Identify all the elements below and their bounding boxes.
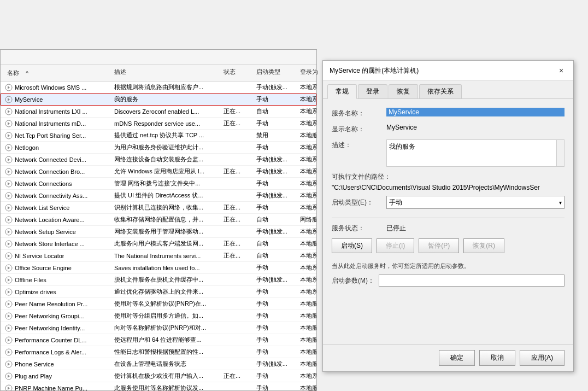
header-status[interactable]: 状态 (221, 67, 254, 79)
service-logon: 本地系统 (298, 251, 316, 260)
table-row[interactable]: Microsoft Windows SMS ... 根据规则将消息路由到相应客户… (1, 81, 316, 94)
footer-btn-取消[interactable]: 取消 (479, 350, 515, 366)
action-btn-3[interactable]: 恢复(R) (463, 238, 504, 253)
tab-依存关系[interactable]: 依存关系 (419, 84, 462, 98)
table-row[interactable]: NI Service Locator The National Instrume… (1, 250, 316, 262)
start-params-hint: 当从此处启动服务时，你可指定所适用的启动参数。 (332, 262, 565, 270)
table-row[interactable]: Network Store Interface ... 此服务向用户模式客户端发… (1, 238, 316, 250)
table-row[interactable]: Network List Service 识别计算机已连接的网络，收集... 正… (1, 202, 316, 214)
close-icon[interactable]: × (556, 65, 567, 76)
service-logon: 本地服务 (298, 359, 316, 369)
service-status (221, 279, 254, 281)
table-row[interactable]: Network Connected Devi... 网络连接设备自动安装服务会监… (1, 154, 316, 166)
table-row[interactable]: MyService 我的服务 手动 本地系统 (1, 94, 316, 106)
services-list[interactable]: Microsoft Windows SMS ... 根据规则将消息路由到相应客户… (1, 81, 316, 391)
service-icon (5, 324, 13, 332)
services-toolbar (1, 50, 316, 65)
service-startup: 手动 (254, 299, 298, 308)
service-status (221, 195, 254, 196)
table-row[interactable]: National Instruments mD... mDNS Responde… (1, 118, 316, 130)
dialog-content: 服务名称： MyService 显示名称： MyService 描述： 我的服务… (323, 99, 573, 304)
service-desc: The National Instruments servi... (112, 252, 221, 260)
service-status (221, 99, 254, 100)
action-btn-1[interactable]: 停止(I) (377, 238, 414, 253)
service-name: National Instruments LXI ... (15, 108, 87, 115)
service-desc: 向对等名称解析协议(PNRP)和对... (112, 323, 221, 332)
service-logon: 本地服务 (298, 131, 316, 140)
service-desc: 在设备上管理电话服务状态 (112, 359, 221, 369)
service-icon (5, 96, 13, 103)
service-icon (5, 120, 13, 127)
service-desc: 网络安装服务用于管理网络驱动... (112, 227, 221, 236)
action-btn-0[interactable]: 启动(S) (332, 238, 372, 253)
action-btn-2[interactable]: 暂停(P) (419, 238, 459, 253)
service-logon: 本地系统 (298, 227, 316, 236)
service-icon (5, 252, 13, 260)
footer-btn-确定[interactable]: 确定 (439, 350, 475, 366)
tab-恢复[interactable]: 恢复 (389, 84, 418, 98)
services-table-header[interactable]: 名称 ^ 描述 状态 启动类型 登录为 (1, 65, 316, 81)
description-box[interactable]: 我的服务 (386, 139, 565, 167)
service-name: PNRP Machine Name Pu... (15, 385, 87, 392)
table-row[interactable]: PNRP Machine Name Pu... 此服务使用对等名称解析协议发..… (1, 382, 316, 391)
dialog-footer: 确定取消应用(A) (323, 344, 573, 371)
service-icon (5, 336, 13, 344)
table-row[interactable]: Office Source Engine Saves installation … (1, 262, 316, 274)
service-status: 正在... (221, 251, 254, 260)
service-logon: 本地系统 (298, 119, 316, 128)
table-row[interactable]: Performance Counter DL... 使远程用户和 64 位进程能… (1, 334, 316, 346)
service-startup: 手动 (254, 95, 298, 104)
tab-登录[interactable]: 登录 (358, 84, 387, 98)
service-logon: 本地系统 (298, 155, 316, 164)
description-row: 描述： 我的服务 (332, 139, 565, 167)
header-name[interactable]: 名称 ^ (3, 67, 112, 79)
table-row[interactable]: Offline Files 脱机文件服务在脱机文件缓存中... 手动(触发...… (1, 274, 316, 286)
service-status: 正在... (221, 371, 254, 381)
service-status (221, 340, 254, 341)
start-params-input[interactable] (379, 275, 565, 287)
service-icon (5, 84, 13, 91)
table-row[interactable]: Network Connections 管理 网络和拨号连接'文件夹中... 手… (1, 178, 316, 190)
service-icon (5, 108, 13, 115)
description-scrollbar[interactable] (556, 140, 564, 166)
service-desc: 性能日志和警报根据预配置的性... (112, 347, 221, 357)
table-row[interactable]: Network Setup Service 网络安装服务用于管理网络驱动... … (1, 226, 316, 238)
table-row[interactable]: Optimize drives 通过优化存储驱动器上的文件来... 手动 本地系… (1, 286, 316, 298)
table-row[interactable]: Peer Networking Groupi... 使用对等分组启用多方通信。如… (1, 310, 316, 322)
service-name: National Instruments mD... (15, 120, 86, 127)
table-row[interactable]: Network Connectivity Ass... 提供 UI 组件的 Di… (1, 190, 316, 202)
table-row[interactable]: National Instruments LXI ... Discovers Z… (1, 106, 316, 118)
service-startup: 手动 (254, 311, 298, 320)
table-row[interactable]: Peer Name Resolution Pr... 使用对等名义解析协议(PN… (1, 298, 316, 310)
service-status (221, 364, 254, 365)
service-desc: 识别计算机已连接的网络，收集... (112, 203, 221, 212)
service-logon: 本地服务 (298, 383, 316, 391)
header-startup[interactable]: 启动类型 (254, 67, 298, 79)
table-row[interactable]: Netlogon 为用户和服务身份验证维护此计... 手动 本地系统 (1, 142, 316, 154)
service-status: 正在... (221, 215, 254, 224)
service-desc: 使计算机在极少或没有用户输入... (112, 371, 221, 381)
service-icon (5, 192, 13, 200)
table-row[interactable]: Network Location Aware... 收集和存储网络的配置信息，并… (1, 214, 316, 226)
service-icon (5, 384, 13, 392)
service-icon (5, 300, 13, 308)
service-name-label: 服务名称： (332, 108, 386, 118)
table-row[interactable]: Peer Networking Identity... 向对等名称解析协议(PN… (1, 322, 316, 334)
tab-常规[interactable]: 常规 (327, 84, 357, 99)
service-icon (5, 204, 13, 212)
service-startup: 手动 (254, 287, 298, 296)
service-logon: 本地系统 (298, 143, 316, 152)
table-row[interactable]: Plug and Play 使计算机在极少或没有用户输入... 正在... 手动… (1, 370, 316, 382)
table-row[interactable]: Performance Logs & Aler... 性能日志和警报根据预配置的… (1, 346, 316, 358)
table-row[interactable]: Network Connection Bro... 允许 Windows 应用商… (1, 166, 316, 178)
footer-btn-应用A[interactable]: 应用(A) (520, 350, 565, 366)
table-row[interactable]: Phone Service 在设备上管理电话服务状态 手动(触发... 本地服务 (1, 358, 316, 370)
header-desc[interactable]: 描述 (112, 67, 221, 79)
service-startup: 手动 (254, 143, 298, 152)
service-startup: 手动 (254, 119, 298, 128)
service-status: 正在... (221, 239, 254, 248)
table-row[interactable]: Net.Tcp Port Sharing Ser... 提供通过 net.tcp… (1, 130, 316, 142)
startup-type-select[interactable]: 手动 ▾ (386, 196, 565, 209)
description-label: 描述： (332, 139, 386, 150)
service-startup: 自动 (254, 215, 298, 224)
